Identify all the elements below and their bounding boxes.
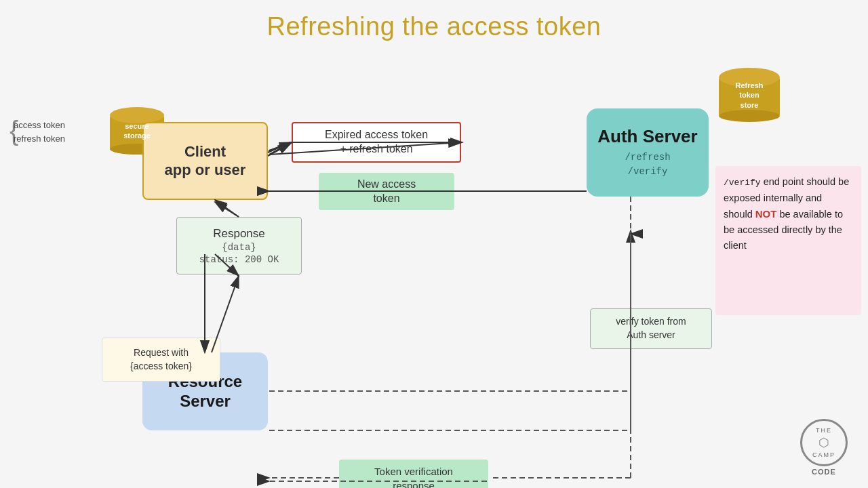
logo-camp: CAMP	[812, 451, 835, 458]
verify-token-label: verify token fromAuth server	[616, 315, 686, 342]
expired-token-box: Expired access token+ refresh token	[292, 122, 461, 163]
svg-line-2	[268, 144, 290, 156]
note-box: /verify end point should be exposed inte…	[715, 166, 861, 315]
logo-code: CODE	[812, 468, 836, 476]
request-box: Request with {access token}	[102, 338, 220, 382]
response-title: Response	[213, 227, 265, 241]
expired-token-label: Expired access token+ refresh token	[325, 128, 428, 157]
new-token-label: New accesstoken	[357, 178, 416, 206]
logo-icon: ⬡	[818, 435, 829, 450]
logo-circle: THE ⬡ CAMP	[800, 419, 848, 466]
svg-line-23	[269, 142, 292, 150]
svg-line-4	[269, 142, 292, 151]
svg-line-27	[215, 202, 239, 217]
auth-server-label: Auth Server	[597, 126, 697, 147]
token-verify-response-box: Token verificationresponse	[339, 460, 488, 488]
token-verify-response-label: Token verificationresponse	[374, 464, 453, 489]
secure-storage-label: securestorage	[123, 121, 151, 141]
response-data: {data}	[222, 242, 256, 253]
response-status: status: 200 OK	[199, 254, 279, 265]
new-token-box: New accesstoken	[319, 173, 454, 210]
client-title: Client app or user	[165, 143, 246, 179]
client-app-box: Client app or user	[142, 122, 268, 200]
tokens-label: access token refresh token	[14, 119, 65, 145]
logo: THE ⬡ CAMP CODE	[793, 417, 854, 478]
diagram: { access token refresh token securestora…	[0, 54, 868, 488]
svg-line-3	[268, 142, 290, 152]
svg-line-10	[215, 200, 239, 217]
svg-line-5	[269, 142, 292, 155]
svg-line-18	[269, 142, 292, 155]
not-word: NOT	[755, 208, 777, 220]
page-title: Refreshing the access token	[0, 0, 868, 41]
refresh-store-label: Refresh token store	[736, 81, 764, 110]
refresh-token-store: Refresh token store	[719, 68, 780, 122]
request-label: Request with {access token}	[130, 346, 192, 373]
verify-token-box: verify token fromAuth server	[590, 308, 712, 349]
auth-server-routes: /refresh /verify	[625, 150, 670, 179]
logo-the: THE	[816, 427, 832, 434]
auth-server-box: Auth Server /refresh /verify	[587, 108, 709, 197]
note-verify-code: /verify	[724, 178, 761, 188]
response-box: Response {data} status: 200 OK	[176, 217, 302, 274]
